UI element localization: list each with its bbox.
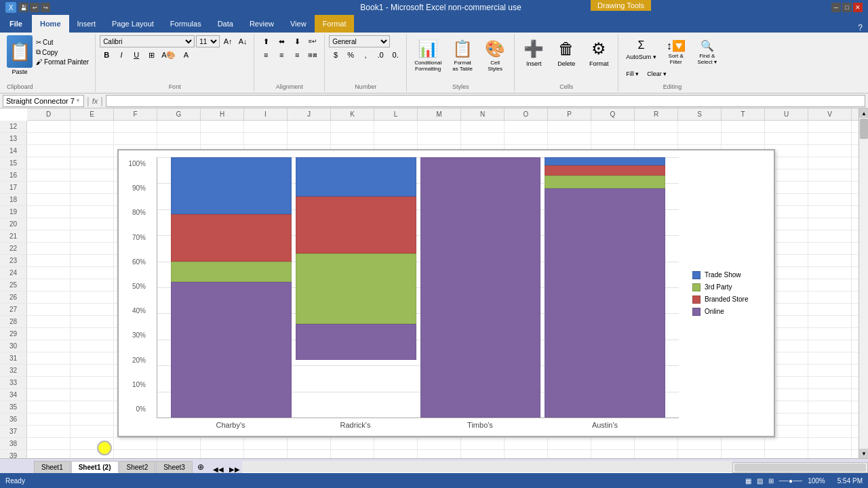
cell[interactable] (27, 438, 71, 449)
cell[interactable] (288, 450, 331, 458)
cell[interactable] (71, 365, 114, 376)
col-header-n[interactable]: N (461, 108, 505, 120)
font-size-select[interactable]: 11 (196, 35, 220, 47)
hscroll-thumb[interactable] (734, 464, 866, 472)
cell[interactable] (27, 377, 71, 388)
ribbon-help[interactable]: ? (858, 23, 863, 33)
cell[interactable] (808, 352, 852, 364)
cell[interactable] (374, 133, 418, 144)
cell[interactable] (71, 413, 114, 425)
merge-center-button[interactable]: ⊞⊠ (305, 49, 320, 61)
cell[interactable] (678, 133, 722, 144)
cell[interactable] (27, 328, 71, 340)
tab-sheet2[interactable]: Sheet2 (119, 461, 156, 473)
cell[interactable] (71, 328, 114, 340)
cell[interactable] (71, 438, 114, 449)
cell[interactable] (201, 133, 244, 144)
cell[interactable] (71, 194, 114, 205)
cell[interactable] (635, 438, 678, 449)
cell[interactable] (808, 413, 852, 425)
cell[interactable] (71, 169, 114, 181)
cell[interactable] (71, 450, 114, 458)
decrease-font-size-button[interactable]: A↓ (236, 35, 250, 47)
cell[interactable] (27, 340, 71, 352)
col-header-v[interactable]: V (808, 108, 852, 120)
cell[interactable] (418, 133, 461, 144)
col-header-l[interactable]: L (374, 108, 418, 120)
cell[interactable] (288, 438, 331, 449)
cell[interactable] (765, 133, 808, 144)
cell[interactable] (71, 230, 114, 242)
cell[interactable] (678, 438, 722, 449)
cell[interactable] (27, 450, 71, 458)
cell[interactable] (71, 291, 114, 303)
cell[interactable] (114, 121, 157, 132)
cell[interactable] (71, 145, 114, 157)
comma-button[interactable]: , (359, 49, 372, 61)
cell[interactable] (27, 145, 71, 157)
cell[interactable] (418, 438, 461, 449)
quick-access-save[interactable]: 💾 (19, 3, 28, 12)
cell[interactable] (808, 279, 852, 291)
name-box-dropdown[interactable]: ▼ (75, 98, 81, 104)
cell[interactable] (461, 133, 505, 144)
cell[interactable] (505, 133, 548, 144)
cell[interactable] (27, 243, 71, 254)
cell[interactable] (288, 121, 331, 132)
cell[interactable] (461, 121, 505, 132)
font-family-select[interactable]: Calibri (100, 35, 195, 47)
cell[interactable] (808, 438, 852, 449)
cell[interactable] (808, 365, 852, 376)
col-header-d[interactable]: D (27, 108, 71, 120)
cell[interactable] (808, 377, 852, 388)
tab-sheet3[interactable]: Sheet3 (156, 461, 193, 473)
percent-button[interactable]: % (344, 49, 357, 61)
view-page-layout[interactable]: ▨ (757, 477, 763, 485)
cell[interactable] (722, 133, 765, 144)
tab-review[interactable]: Review (241, 15, 282, 33)
cell[interactable] (808, 230, 852, 242)
cell[interactable] (591, 450, 635, 458)
cell[interactable] (27, 230, 71, 242)
cell[interactable] (548, 438, 591, 449)
cell[interactable] (71, 267, 114, 279)
cell[interactable] (591, 133, 635, 144)
cell[interactable] (71, 377, 114, 388)
quick-access-undo[interactable]: ↩ (30, 3, 39, 12)
cell[interactable] (71, 352, 114, 364)
underline-button[interactable]: U (130, 49, 143, 61)
tab-file[interactable]: File (0, 15, 32, 33)
maximize-button[interactable]: □ (842, 3, 852, 12)
tab-sheet1-2[interactable]: Sheet1 (2) (71, 461, 119, 473)
cell[interactable] (27, 267, 71, 279)
cell[interactable] (27, 291, 71, 303)
add-sheet-button[interactable]: ⊕ (193, 461, 208, 473)
align-top-button[interactable]: ⬆ (258, 35, 273, 47)
name-box[interactable]: Straight Connector 7 ▼ (3, 95, 84, 107)
cell[interactable] (808, 304, 852, 315)
col-header-f[interactable]: F (114, 108, 157, 120)
sheet-scroll-left[interactable]: ◀◀ (211, 466, 226, 473)
cell[interactable] (71, 304, 114, 315)
cell[interactable] (71, 255, 114, 266)
cell[interactable] (765, 450, 808, 458)
cell[interactable] (244, 450, 288, 458)
align-left-button[interactable]: ≡ (258, 49, 273, 61)
cell[interactable] (157, 133, 201, 144)
cell[interactable] (331, 133, 374, 144)
col-header-i[interactable]: I (244, 108, 288, 120)
cell[interactable] (678, 121, 722, 132)
autosum-button[interactable]: Σ AutoSum ▾ (623, 35, 660, 68)
copy-button[interactable]: ⧉ Copy (34, 47, 91, 57)
tab-page-layout[interactable]: Page Layout (104, 15, 162, 33)
cell[interactable] (635, 121, 678, 132)
tab-data[interactable]: Data (210, 15, 241, 33)
cell[interactable] (548, 133, 591, 144)
cell[interactable] (505, 121, 548, 132)
cell[interactable] (808, 243, 852, 254)
cell[interactable] (765, 121, 808, 132)
cell[interactable] (808, 157, 852, 169)
sort-filter-button[interactable]: ↕🔽 Sort &Filter (661, 35, 691, 68)
fill-button[interactable]: Fill ▾ (623, 69, 642, 79)
cell[interactable] (331, 121, 374, 132)
